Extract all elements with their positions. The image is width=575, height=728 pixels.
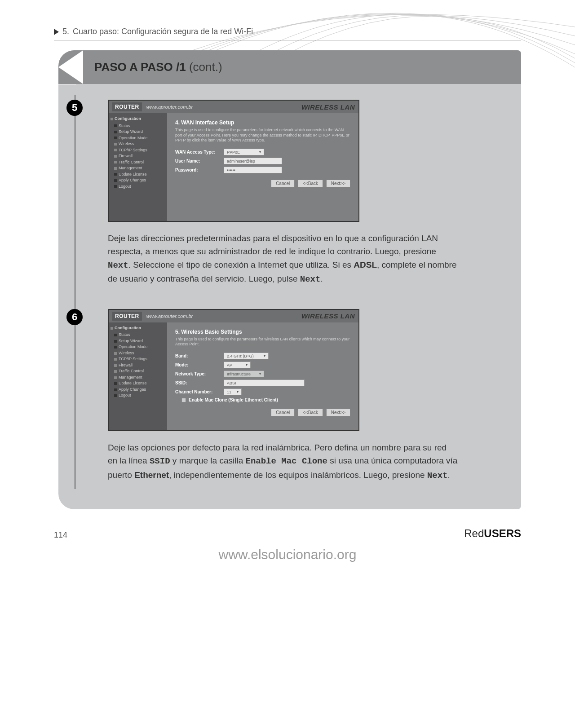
router-url: www.aprouter.com.br bbox=[146, 313, 301, 319]
network-type-label: Network Type: bbox=[175, 371, 220, 376]
router-brand: WIRELESS LAN bbox=[301, 103, 355, 111]
router-screenshot-5: ROUTER www.aprouter.com.br WIRELESS LAN … bbox=[108, 100, 359, 222]
step-number-badge: 6 bbox=[66, 309, 83, 325]
step-6: 6 ROUTER www.aprouter.com.br WIRELESS LA… bbox=[58, 293, 521, 489]
card-title-main: PASO A PASO /1 bbox=[94, 60, 186, 74]
step-6-caption: Deje las opciones por defecto para la re… bbox=[108, 441, 458, 482]
panel-heading: 5. Wireless Basic Settings bbox=[175, 329, 350, 335]
triangle-icon bbox=[54, 29, 59, 35]
router-brand: WIRELESS LAN bbox=[301, 312, 355, 320]
cancel-button[interactable]: Cancel bbox=[271, 180, 295, 187]
router-logo: ROUTER bbox=[112, 312, 142, 321]
next-button[interactable]: Next>> bbox=[326, 409, 350, 416]
chapter-title: Cuarto paso: Configuración segura de la … bbox=[73, 27, 253, 36]
page-footer: 114 RedUSERS bbox=[0, 518, 575, 544]
username-input[interactable]: adminuser@isp bbox=[224, 158, 282, 164]
panel-desc: This page is used to configure the param… bbox=[175, 337, 350, 347]
wan-access-label: WAN Access Type: bbox=[175, 150, 220, 154]
mac-clone-label: Enable Mac Clone (Single Ethernet Client… bbox=[189, 397, 278, 402]
band-label: Band: bbox=[175, 353, 220, 358]
username-label: User Name: bbox=[175, 159, 220, 163]
step-card: PASO A PASO /1 (cont.) 5 ROUTER www.apro… bbox=[58, 50, 521, 509]
page-number: 114 bbox=[54, 530, 67, 540]
password-label: Password: bbox=[175, 168, 220, 172]
cancel-button[interactable]: Cancel bbox=[271, 409, 295, 416]
router-logo: ROUTER bbox=[112, 102, 142, 111]
ssid-label: SSID: bbox=[175, 380, 220, 385]
next-button[interactable]: Next>> bbox=[326, 180, 350, 187]
chapter-heading: 5. Cuarto paso: Configuración segura de … bbox=[54, 27, 521, 40]
wan-access-select[interactable]: PPPoE bbox=[224, 149, 264, 155]
network-type-select[interactable]: Infrastructure bbox=[224, 371, 264, 377]
mode-select[interactable]: AP bbox=[224, 362, 251, 368]
site-url: www.elsolucionario.org bbox=[0, 544, 575, 576]
step-5: 5 ROUTER www.aprouter.com.br WIRELESS LA… bbox=[58, 84, 521, 293]
router-url: www.aprouter.com.br bbox=[146, 104, 301, 110]
publisher-brand: RedUSERS bbox=[464, 527, 521, 540]
chapter-number: 5. bbox=[62, 27, 69, 36]
step-5-caption: Deje las direcciones predeterminadas par… bbox=[108, 232, 458, 287]
router-nav: Configuration Status Setup Wizard Operat… bbox=[109, 322, 167, 430]
router-screenshot-6: ROUTER www.aprouter.com.br WIRELESS LAN … bbox=[108, 309, 359, 431]
band-select[interactable]: 2.4 GHz (B+G) bbox=[224, 353, 269, 359]
mode-label: Mode: bbox=[175, 362, 220, 367]
channel-label: Channel Number: bbox=[175, 389, 220, 394]
card-header: PASO A PASO /1 (cont.) bbox=[58, 50, 521, 84]
channel-select[interactable]: 11 bbox=[224, 388, 242, 395]
card-title-suffix: (cont.) bbox=[189, 60, 222, 74]
ssid-input[interactable]: ABSI bbox=[224, 379, 305, 386]
mac-clone-checkbox[interactable] bbox=[181, 398, 186, 402]
password-input[interactable]: •••••• bbox=[224, 167, 282, 173]
back-button[interactable]: <<Back bbox=[298, 180, 323, 187]
router-nav: Configuration Status Setup Wizard Operat… bbox=[109, 113, 167, 221]
panel-heading: 4. WAN Interface Setup bbox=[175, 119, 350, 126]
back-button[interactable]: <<Back bbox=[298, 409, 323, 416]
panel-desc: This page is used to configure the param… bbox=[175, 128, 350, 143]
step-number-badge: 5 bbox=[66, 100, 83, 116]
